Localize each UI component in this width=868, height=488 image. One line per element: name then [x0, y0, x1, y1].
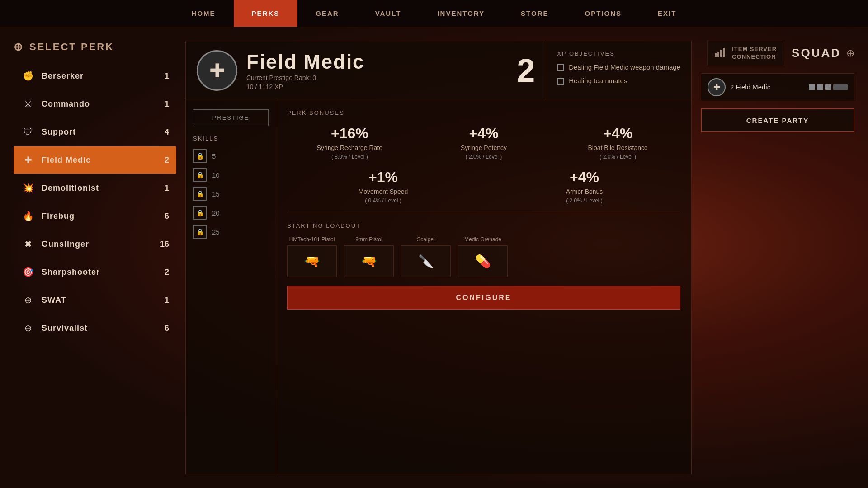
dot3	[825, 84, 831, 90]
nav-exit[interactable]: EXIT	[640, 0, 694, 27]
loadout-scalpel-box: 🔪	[401, 245, 451, 277]
svg-rect-2	[720, 50, 722, 57]
perk-list-item-swat[interactable]: ⊕ SWAT 1	[14, 286, 176, 314]
configure-button[interactable]: CONFIGURE	[287, 286, 680, 310]
nav-store[interactable]: STORE	[503, 0, 566, 27]
skill-levels-list: 🔒 5 🔒 10 🔒 15 🔒 20 🔒 25	[193, 149, 269, 239]
perk-header-row: ✚ Field Medic Current Prestige Rank: 0 1…	[185, 41, 692, 100]
perk-avatar: ✚	[197, 50, 237, 91]
squad-label: SQUAD	[792, 46, 841, 60]
party-member-perk-icon: ✚	[713, 82, 720, 92]
dot-car	[833, 84, 848, 90]
perk-avatar-icon: ✚	[209, 60, 225, 82]
bonus-syringe-potency: +4% Syringe Potency ( 2.0% / Level )	[421, 125, 547, 160]
9mm-icon: 🔫	[361, 254, 377, 269]
perk-list-item-commando[interactable]: ⚔ Commando 1	[14, 90, 176, 117]
perk-list-item-sharpshooter[interactable]: 🎯 Sharpshooter 2	[14, 258, 176, 286]
perk-level-9: 6	[165, 324, 169, 333]
top-navigation: HOME PERKS GEAR VAULT INVENTORY STORE OP…	[0, 0, 868, 27]
nav-options[interactable]: OPTIONS	[567, 0, 640, 27]
loadout-items: HMTech-101 Pistol 🔫 9mm Pistol 🔫 Scalpel	[287, 236, 680, 277]
perk-list-item-support[interactable]: 🛡 Support 4	[14, 118, 176, 145]
connection-text: ITEM SERVER CONNECTION	[732, 46, 777, 61]
perk-name-1: Commando	[42, 99, 165, 109]
perk-icon-9: ⊖	[21, 321, 35, 335]
bonus-armor: +4% Armor Bonus ( 2.0% / Level )	[488, 169, 680, 204]
perk-level-5: 6	[165, 211, 169, 221]
xp-checkbox-1	[557, 64, 564, 71]
nav-inventory[interactable]: INVENTORY	[419, 0, 503, 27]
perk-xp: 10 / 1112 XP	[246, 83, 508, 90]
perk-list-item-gunslinger[interactable]: ✖ Gunslinger 16	[14, 230, 176, 258]
scalpel-icon: 🔪	[418, 254, 434, 269]
perk-icon-4: 💥	[21, 181, 35, 195]
perk-level-badge: 2	[517, 54, 535, 87]
skill-level-15: 🔒 15	[193, 187, 269, 201]
create-party-button[interactable]: CREATE PARTY	[701, 108, 854, 132]
skill-num-10: 10	[212, 171, 220, 179]
prestige-button[interactable]: PRESTIGE	[193, 109, 269, 126]
nav-home[interactable]: HOME	[174, 0, 234, 27]
perk-name-5: Firebug	[42, 211, 165, 221]
perk-level-7: 2	[165, 267, 169, 277]
skill-num-25: 25	[212, 228, 220, 236]
perk-list-item-berserker[interactable]: ✊ Berserker 1	[14, 62, 176, 89]
nav-gear[interactable]: GEAR	[297, 0, 357, 27]
lock-icon-20: 🔒	[193, 206, 207, 220]
party-member-avatar: ✚	[708, 78, 726, 96]
squad-icon: ⊕	[846, 47, 854, 59]
perk-name-4: Demolitionist	[42, 183, 165, 193]
perk-level-2: 4	[165, 127, 169, 137]
perk-icon-7: 🎯	[21, 265, 35, 279]
perk-list-item-firebug[interactable]: 🔥 Firebug 6	[14, 202, 176, 230]
loadout-scalpel: Scalpel 🔪	[401, 236, 451, 277]
perk-name-2: Support	[42, 127, 165, 137]
xp-objective-1: Dealing Field Medic weapon damage	[557, 63, 680, 71]
center-panel: ✚ Field Medic Current Prestige Rank: 0 1…	[185, 41, 692, 474]
perk-icon-6: ✖	[21, 237, 35, 251]
dot1	[809, 84, 815, 90]
perk-body: PRESTIGE SKILLS 🔒 5 🔒 10 🔒 15 🔒 20 🔒 25 …	[185, 100, 692, 474]
perk-list-item-survivalist[interactable]: ⊖ Survivalist 6	[14, 314, 176, 342]
skill-level-5: 🔒 5	[193, 149, 269, 163]
perk-level-6: 16	[160, 239, 169, 249]
svg-rect-1	[717, 52, 719, 57]
divider	[287, 213, 680, 213]
perk-sidebar: ⊕ SELECT PERK ✊ Berserker 1 ⚔ Commando 1…	[14, 41, 176, 474]
perk-list-item-demolitionist[interactable]: 💥 Demolitionist 1	[14, 174, 176, 202]
perk-level-0: 1	[165, 71, 169, 81]
squad-section: SQUAD ⊕	[792, 46, 854, 60]
skills-title: SKILLS	[193, 135, 269, 142]
loadout-medic-grenade-box: 💊	[458, 245, 508, 277]
bonuses-grid-bottom: +1% Movement Speed ( 0.4% / Level ) +4% …	[287, 169, 680, 204]
skill-level-25: 🔒 25	[193, 225, 269, 239]
loadout-9mm-box: 🔫	[344, 245, 394, 277]
perk-icon-2: 🛡	[21, 125, 35, 139]
skill-num-5: 5	[212, 152, 216, 160]
perk-icon-8: ⊕	[21, 293, 35, 307]
nav-perks[interactable]: PERKS	[234, 0, 298, 27]
dot2	[817, 84, 823, 90]
top-right-bar: ITEM SERVER CONNECTION SQUAD ⊕	[701, 41, 854, 66]
loadout-9mm: 9mm Pistol 🔫	[344, 236, 394, 277]
perk-name-9: Survivalist	[42, 324, 165, 333]
perk-list-item-field-medic[interactable]: ✚ Field Medic 2	[14, 146, 176, 174]
perk-title-block: Field Medic Current Prestige Rank: 0 10 …	[246, 51, 508, 90]
skill-num-20: 20	[212, 209, 220, 217]
main-layout: ⊕ SELECT PERK ✊ Berserker 1 ⚔ Commando 1…	[0, 27, 868, 488]
perk-level-1: 1	[165, 99, 169, 109]
perk-name-8: SWAT	[42, 296, 165, 305]
perk-level-8: 1	[165, 296, 169, 305]
lock-icon-25: 🔒	[193, 225, 207, 239]
bonuses-column: PERK BONUSES +16% Syringe Recharge Rate …	[276, 100, 691, 474]
perk-name: Field Medic	[246, 51, 508, 73]
perk-prestige-rank: Current Prestige Rank: 0	[246, 74, 508, 81]
connection-bar: ITEM SERVER CONNECTION	[707, 41, 784, 66]
party-member-name: 2 Field Medic	[730, 83, 770, 91]
perk-icon-0: ✊	[21, 69, 35, 83]
perk-name-3: Field Medic	[42, 155, 165, 165]
nav-vault[interactable]: VAULT	[357, 0, 420, 27]
loadout-title: STARTING LOADOUT	[287, 222, 680, 229]
bonus-bloat-bile: +4% Bloat Bile Resistance ( 2.0% / Level…	[555, 125, 680, 160]
xp-objective-2: Healing teammates	[557, 77, 680, 85]
